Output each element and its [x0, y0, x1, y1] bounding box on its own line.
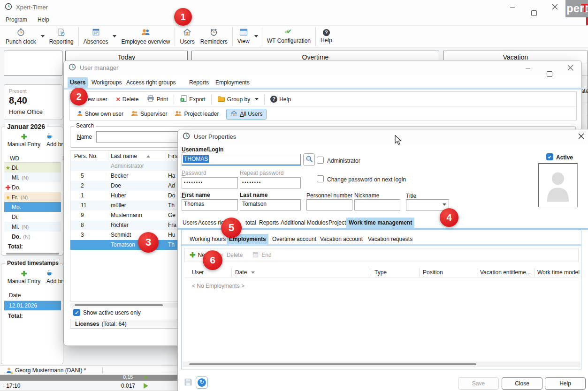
- first-name-input[interactable]: Thomas: [182, 199, 238, 211]
- up-tab-time-total[interactable]: total: [243, 218, 259, 228]
- wt-configuration-button[interactable]: ✔ ✔ WT-Configuration: [264, 28, 313, 45]
- up-tab-additional-modules[interactable]: Additional Modules: [278, 218, 330, 228]
- emp-delete-button[interactable]: Delete: [227, 252, 243, 258]
- plus-icon: ✚: [21, 133, 27, 141]
- col-pers-no[interactable]: Pers. No.: [74, 153, 98, 159]
- up-sync-button[interactable]: ↻: [196, 376, 208, 389]
- um-tab-users[interactable]: Users: [68, 77, 88, 88]
- col-date[interactable]: Date: [235, 269, 247, 276]
- group-by-dropdown-icon[interactable]: [255, 98, 259, 100]
- up-titlebar[interactable]: User Properties: [178, 129, 588, 143]
- up-tab-work-time-management[interactable]: Work time management: [346, 218, 414, 228]
- um-tab-employments[interactable]: Employments: [213, 77, 252, 88]
- calendar-row[interactable]: ★ Di.: [4, 163, 61, 173]
- main-close-button[interactable]: [552, 4, 558, 11]
- calendar-row[interactable]: ✚ Do.: [4, 182, 61, 192]
- user-photo[interactable]: [538, 163, 578, 207]
- sub-tab-vacation-account[interactable]: Vacation account: [318, 234, 365, 244]
- um-project-leader-button[interactable]: Project leader: [184, 111, 219, 117]
- view-dropdown-icon[interactable]: [254, 35, 258, 38]
- um-maximize-button[interactable]: [546, 71, 552, 76]
- um-hscrollbar-thumb[interactable]: [75, 304, 163, 306]
- col-type[interactable]: Type: [374, 269, 387, 276]
- repeat-password-input[interactable]: ••••••••: [240, 177, 301, 188]
- um-show-own-user-button[interactable]: Show own user: [85, 111, 123, 117]
- um-tab-access-right-groups[interactable]: Access right groups: [124, 77, 178, 88]
- username-search-button[interactable]: [303, 153, 315, 166]
- main-titlebar: Xpert-Timer: [0, 0, 588, 14]
- sub-tab-vacation-requests[interactable]: Vacation requests: [366, 234, 415, 244]
- um-all-users-button[interactable]: All Users: [226, 109, 267, 120]
- um-tab-reports[interactable]: Reports: [187, 77, 211, 88]
- employments-hscrollbar-thumb[interactable]: [189, 363, 476, 365]
- active-checkbox[interactable]: ✔: [546, 153, 553, 160]
- close-button[interactable]: Close: [502, 377, 542, 390]
- main-minimize-button[interactable]: [510, 4, 515, 10]
- um-help-button[interactable]: Help: [279, 96, 291, 103]
- col-wd[interactable]: WD: [10, 155, 19, 162]
- calendar-row[interactable]: Mi. (N): [4, 173, 61, 182]
- col-user[interactable]: User: [192, 269, 204, 276]
- col-vacation-entitlement[interactable]: Vacation entitleme...: [480, 269, 534, 276]
- reporting-button[interactable]: Reporting: [46, 27, 76, 46]
- last-name-input[interactable]: Tomatson: [240, 199, 301, 211]
- col-position[interactable]: Position: [423, 269, 443, 276]
- up-close-button[interactable]: [578, 133, 584, 141]
- absences-dropdown-icon[interactable]: [113, 35, 116, 38]
- um-close-button[interactable]: [567, 65, 573, 72]
- col-last-name[interactable]: Last name: [111, 153, 137, 159]
- um-titlebar[interactable]: User manager: [64, 60, 581, 75]
- add-break-button[interactable]: Add br: [46, 133, 65, 148]
- title-select[interactable]: [406, 199, 449, 211]
- sub-tab-working-hours[interactable]: Working hours: [187, 234, 228, 244]
- posted-manual-entry-button[interactable]: ✚ Manual Entry: [5, 270, 43, 285]
- menu-help[interactable]: Help: [38, 16, 49, 23]
- posted-add-break-button[interactable]: Add br: [46, 270, 65, 285]
- step-badge-2: 2: [70, 88, 88, 105]
- menu-program[interactable]: Program: [6, 16, 27, 23]
- um-print-button[interactable]: Print: [156, 96, 168, 103]
- calendar-row[interactable]: Mi. (N): [4, 222, 61, 232]
- personnel-number-input[interactable]: [306, 199, 352, 211]
- calendar-row[interactable]: Di.: [4, 212, 61, 222]
- username-input[interactable]: THOMAS: [182, 154, 301, 165]
- um-minimize-button[interactable]: [525, 65, 531, 71]
- um-group-by-button[interactable]: Group by: [227, 96, 250, 103]
- col-date[interactable]: Date: [9, 292, 21, 299]
- change-password-checkbox[interactable]: [317, 175, 324, 182]
- punch-clock-button[interactable]: Punch clock: [3, 27, 39, 46]
- calendar-row[interactable]: Do. (N): [4, 232, 61, 241]
- calendar-row-selected[interactable]: Mo.: [4, 202, 61, 212]
- save-button[interactable]: Save: [458, 377, 499, 390]
- help-button[interactable]: Help: [545, 377, 586, 390]
- administrator-checkbox[interactable]: [317, 157, 324, 164]
- main-help-button[interactable]: ? Help: [318, 28, 335, 45]
- um-supervisor-button[interactable]: Supervisor: [140, 111, 167, 117]
- user-properties-dialog: User Properties Usename/Login THOMAS Adm…: [177, 129, 588, 391]
- password-input[interactable]: ••••••••: [182, 177, 238, 188]
- nickname-input[interactable]: [354, 199, 400, 211]
- users-button[interactable]: Users: [177, 27, 197, 46]
- um-export-button[interactable]: Export: [189, 96, 206, 103]
- employments-hscrollbar[interactable]: [183, 361, 580, 367]
- calendar-hscrollbar[interactable]: [6, 253, 59, 255]
- emp-end-button[interactable]: End: [261, 252, 271, 258]
- um-toolbar: New user ✕ Delete Print Export Group by …: [69, 91, 577, 120]
- calendar-row[interactable]: ■ Fr. (N): [4, 192, 61, 202]
- col-work-time-model[interactable]: Work time model: [537, 269, 580, 276]
- manual-entry-button[interactable]: ✚ Manual Entry: [5, 133, 43, 148]
- toolbar-separator: [262, 27, 262, 46]
- um-tab-workgroups[interactable]: Workgroups: [89, 77, 124, 88]
- calendar-groupbox: Januar 2026 ✚ Manual Entry Add br WD D ★…: [1, 127, 63, 256]
- punch-clock-dropdown-icon[interactable]: [41, 35, 45, 38]
- reminders-button[interactable]: Reminders: [198, 27, 230, 46]
- absences-button[interactable]: Absences: [81, 27, 111, 46]
- up-tab-reports[interactable]: Reports: [257, 218, 281, 228]
- up-save-icon-button[interactable]: [183, 377, 194, 388]
- show-active-checkbox[interactable]: ✔: [73, 309, 80, 316]
- posted-date-row[interactable]: 12.01.2026: [4, 301, 61, 310]
- employee-overview-button[interactable]: Employee overview: [118, 27, 173, 46]
- sub-tab-overtime-account[interactable]: Overtime account: [270, 234, 319, 244]
- view-button[interactable]: View: [235, 28, 252, 45]
- um-delete-button[interactable]: Delete: [122, 96, 139, 103]
